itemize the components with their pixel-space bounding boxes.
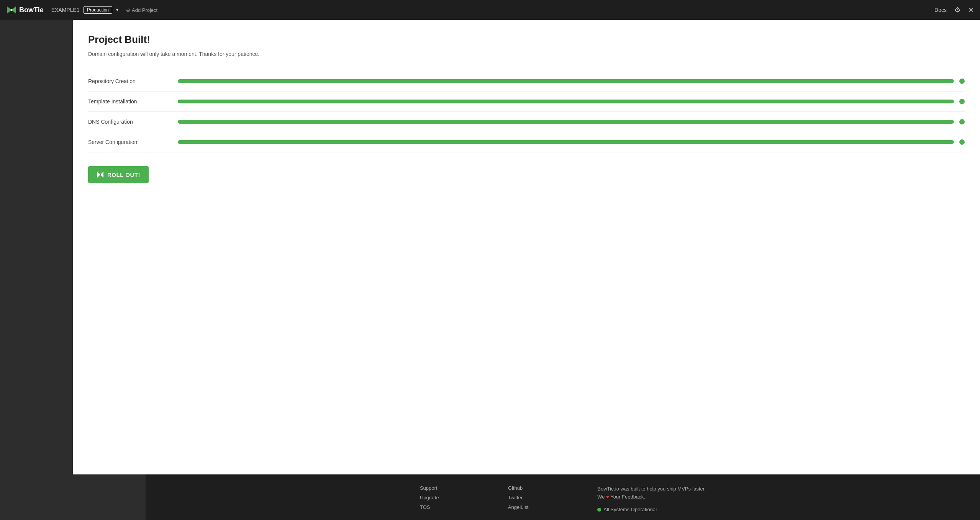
docs-link[interactable]: Docs	[934, 7, 947, 13]
footer-col-1: Support Upgrade TOS	[420, 485, 439, 512]
navbar-right: Docs ⚙ ✕	[934, 6, 974, 14]
progress-bar-fill-3	[178, 120, 954, 124]
svg-point-1	[100, 174, 101, 175]
footer-link-tos[interactable]: TOS	[420, 504, 439, 510]
progress-label-1: Repository Creation	[88, 78, 172, 84]
footer-link-angellist[interactable]: AngelList	[508, 504, 528, 510]
progress-bar-1	[178, 79, 954, 83]
tagline-prefix: BowTie.io was built to help you ship MVP…	[597, 486, 706, 492]
progress-section: Repository Creation Template Installatio…	[88, 71, 965, 152]
footer-link-github[interactable]: Github	[508, 485, 528, 491]
project-selector: EXAMPLE1 Production ▾	[51, 6, 118, 14]
status-text: All Systems Operational	[603, 507, 657, 512]
svg-point-0	[11, 9, 13, 11]
add-project-button[interactable]: ⊕ Add Project	[126, 7, 157, 13]
footer-link-upgrade[interactable]: Upgrade	[420, 495, 439, 500]
page-title: Project Built!	[88, 34, 965, 46]
project-name: EXAMPLE1	[51, 7, 80, 13]
progress-bar-fill-2	[178, 100, 954, 103]
main-wrapper: Project Built! Domain configuration will…	[73, 20, 980, 520]
tagline-suffix: .	[644, 494, 645, 500]
settings-button[interactable]: ⚙	[954, 6, 960, 14]
plus-icon: ⊕	[126, 7, 130, 13]
roll-out-icon	[97, 171, 104, 178]
progress-dot-2	[959, 99, 965, 104]
progress-bar-4	[178, 140, 954, 144]
footer-link-support[interactable]: Support	[420, 485, 439, 491]
sidebar	[0, 20, 73, 520]
navbar: BowTie EXAMPLE1 Production ▾ ⊕ Add Proje…	[0, 0, 980, 20]
roll-out-label: ROLL OUT!	[107, 172, 140, 178]
heart-icon: ♥	[606, 494, 610, 500]
progress-bar-fill-1	[178, 79, 954, 83]
roll-out-button[interactable]: ROLL OUT!	[88, 166, 149, 183]
footer-status: All Systems Operational	[597, 507, 706, 512]
footer-tagline: BowTie.io was built to help you ship MVP…	[597, 485, 706, 501]
progress-dot-4	[959, 139, 965, 145]
feedback-link[interactable]: Your Feedback	[610, 494, 644, 500]
environment-badge[interactable]: Production	[84, 6, 112, 14]
progress-label-3: DNS Configuration	[88, 119, 172, 125]
status-dot-icon	[597, 508, 601, 512]
progress-dot-1	[959, 78, 965, 84]
progress-bar-3	[178, 120, 954, 124]
progress-row: Server Configuration	[88, 132, 965, 152]
progress-label-4: Server Configuration	[88, 139, 172, 145]
footer-col-3: BowTie.io was built to help you ship MVP…	[597, 485, 706, 512]
footer-col-2: Github Twitter AngelList	[508, 485, 528, 512]
close-button[interactable]: ✕	[968, 6, 974, 14]
add-project-label: Add Project	[132, 7, 157, 13]
progress-row: DNS Configuration	[88, 112, 965, 132]
footer-inner: Support Upgrade TOS Github Twitter Angel…	[146, 485, 980, 512]
progress-label-2: Template Installation	[88, 98, 172, 105]
progress-row: Repository Creation	[88, 71, 965, 92]
footer-link-twitter[interactable]: Twitter	[508, 495, 528, 500]
progress-dot-3	[959, 119, 965, 124]
dropdown-arrow-icon[interactable]: ▾	[116, 7, 118, 13]
bowtie-icon	[6, 5, 17, 15]
page-subtitle: Domain configuration will only take a mo…	[88, 51, 965, 57]
tagline-we: We	[597, 494, 605, 500]
brand-name: BowTie	[19, 6, 44, 14]
progress-bar-fill-4	[178, 140, 954, 144]
brand-logo[interactable]: BowTie	[6, 5, 44, 15]
main-content: Project Built! Domain configuration will…	[73, 20, 980, 474]
progress-bar-2	[178, 100, 954, 103]
footer: Support Upgrade TOS Github Twitter Angel…	[146, 474, 980, 520]
progress-row: Template Installation	[88, 92, 965, 112]
